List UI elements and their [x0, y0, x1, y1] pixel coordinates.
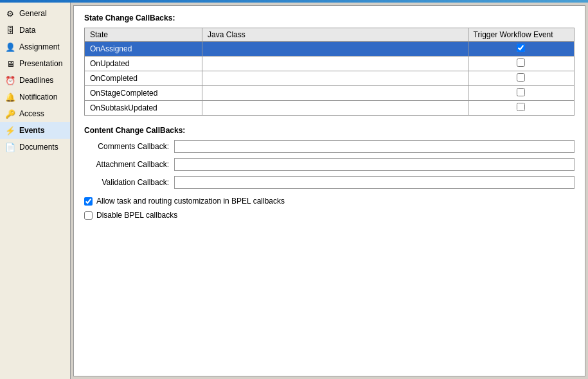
javaclass-cell — [202, 42, 468, 57]
disable-bpel-label: Disable BPEL callbacks — [96, 211, 177, 220]
sidebar-label-deadlines: Deadlines — [19, 76, 53, 85]
sidebar-item-notification[interactable]: 🔔Notification — [0, 89, 70, 105]
documents-icon: 📄 — [5, 142, 15, 152]
validation-input[interactable] — [174, 176, 575, 189]
table-row[interactable]: OnAssigned — [85, 42, 575, 57]
sidebar-label-presentation: Presentation — [19, 59, 62, 68]
content-callbacks-section: Content Change CallBacks: Comments Callb… — [84, 126, 575, 220]
comments-label: Comments Callback: — [84, 142, 174, 151]
javaclass-cell — [202, 86, 468, 101]
state-cell: OnCompleted — [85, 71, 202, 86]
trigger-checkbox-0[interactable] — [517, 44, 525, 52]
events-icon: ⚡ — [5, 125, 15, 136]
javaclass-cell — [202, 57, 468, 71]
deadlines-icon: ⏰ — [5, 75, 15, 85]
sidebar-item-documents[interactable]: 📄Documents — [0, 139, 70, 155]
presentation-icon: 🖥 — [5, 58, 15, 69]
state-cell: OnSubtaskUpdated — [85, 101, 202, 116]
access-icon: 🔑 — [5, 109, 15, 119]
data-icon: 🗄 — [5, 25, 15, 35]
state-callbacks-title: State Change CallBacks: — [84, 13, 575, 22]
checkbox-row-disable-bpel: Disable BPEL callbacks — [84, 211, 575, 220]
trigger-cell[interactable] — [468, 71, 574, 86]
attachment-label: Attachment Callback: — [84, 160, 174, 169]
main-container: ⚙General🗄Data👤Assignment🖥Presentation⏰De… — [0, 3, 588, 379]
checkbox-row-allow-bpel: Allow task and routing customization in … — [84, 197, 575, 206]
sidebar: ⚙General🗄Data👤Assignment🖥Presentation⏰De… — [0, 3, 71, 379]
col-header-trigger: Trigger Workflow Event — [468, 28, 574, 42]
table-row[interactable]: OnSubtaskUpdated — [85, 101, 575, 116]
validation-label: Validation Callback: — [84, 178, 174, 187]
general-icon: ⚙ — [5, 8, 15, 19]
trigger-cell[interactable] — [468, 42, 574, 57]
sidebar-label-access: Access — [19, 109, 44, 118]
table-row[interactable]: OnStageCompleted — [85, 86, 575, 101]
sidebar-item-events[interactable]: ⚡Events — [0, 122, 70, 139]
state-cell: OnAssigned — [85, 42, 202, 57]
trigger-cell[interactable] — [468, 86, 574, 101]
sidebar-label-notification: Notification — [19, 93, 57, 101]
sidebar-item-general[interactable]: ⚙General — [0, 5, 70, 22]
sidebar-label-data: Data — [19, 26, 35, 35]
sidebar-label-general: General — [19, 9, 47, 18]
table-row[interactable]: OnUpdated — [85, 57, 575, 71]
content-area: State Change CallBacks: State Java Class… — [73, 5, 585, 376]
sidebar-item-assignment[interactable]: 👤Assignment — [0, 39, 70, 55]
assignment-icon: 👤 — [5, 42, 15, 52]
col-header-state: State — [85, 28, 202, 42]
content-callbacks-title: Content Change CallBacks: — [84, 126, 575, 135]
checkboxes-section: Allow task and routing customization in … — [84, 197, 575, 220]
comments-input[interactable] — [174, 140, 575, 153]
sidebar-label-assignment: Assignment — [19, 42, 60, 51]
trigger-checkbox-4[interactable] — [517, 103, 525, 111]
trigger-checkbox-3[interactable] — [517, 88, 525, 96]
disable-bpel-checkbox[interactable] — [84, 211, 93, 220]
form-row-validation: Validation Callback: — [84, 176, 575, 189]
trigger-cell[interactable] — [468, 101, 574, 116]
trigger-checkbox-1[interactable] — [517, 58, 525, 67]
col-header-javaclass: Java Class — [202, 28, 468, 42]
sidebar-label-events: Events — [19, 126, 44, 135]
sidebar-label-documents: Documents — [19, 143, 58, 152]
javaclass-cell — [202, 71, 468, 86]
sidebar-item-presentation[interactable]: 🖥Presentation — [0, 55, 70, 72]
notification-icon: 🔔 — [5, 92, 15, 102]
allow-bpel-label: Allow task and routing customization in … — [96, 197, 285, 206]
state-cell: OnUpdated — [85, 57, 202, 71]
trigger-checkbox-2[interactable] — [517, 73, 525, 82]
attachment-input[interactable] — [174, 158, 575, 171]
javaclass-cell — [202, 101, 468, 116]
state-callbacks-table: State Java Class Trigger Workflow Event … — [84, 28, 575, 116]
sidebar-item-access[interactable]: 🔑Access — [0, 105, 70, 122]
table-row[interactable]: OnCompleted — [85, 71, 575, 86]
sidebar-item-data[interactable]: 🗄Data — [0, 22, 70, 39]
state-cell: OnStageCompleted — [85, 86, 202, 101]
trigger-cell[interactable] — [468, 57, 574, 71]
sidebar-item-deadlines[interactable]: ⏰Deadlines — [0, 72, 70, 89]
allow-bpel-checkbox[interactable] — [84, 197, 93, 206]
form-row-attachment: Attachment Callback: — [84, 158, 575, 171]
form-row-comments: Comments Callback: — [84, 140, 575, 153]
